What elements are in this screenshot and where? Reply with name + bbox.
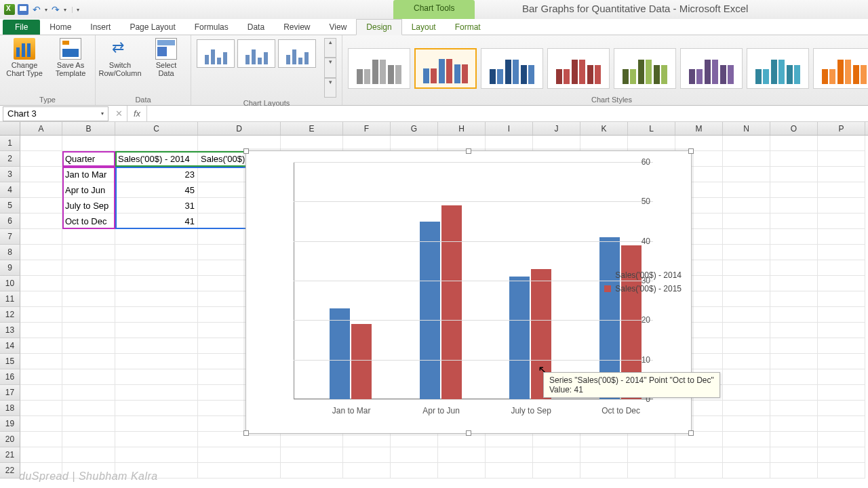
cell[interactable]: Jan to Mar bbox=[62, 167, 115, 182]
legend-item-2014[interactable]: Sales('00$) - 2014 bbox=[604, 270, 682, 280]
cell[interactable] bbox=[675, 447, 723, 463]
cell[interactable] bbox=[343, 432, 391, 447]
cell[interactable] bbox=[20, 447, 62, 463]
cell[interactable] bbox=[20, 136, 62, 151]
chart-style-4[interactable] bbox=[547, 48, 610, 89]
undo-dropdown-icon[interactable]: ▾ bbox=[45, 7, 47, 13]
cell[interactable] bbox=[62, 385, 115, 401]
cell[interactable] bbox=[20, 260, 62, 276]
cell[interactable]: Sales('00$) - 2014 bbox=[115, 151, 198, 167]
save-icon[interactable] bbox=[18, 4, 28, 15]
cell[interactable] bbox=[580, 463, 628, 479]
cell[interactable] bbox=[818, 182, 865, 198]
cell[interactable] bbox=[723, 354, 770, 369]
cell[interactable] bbox=[723, 214, 770, 229]
select-data-button[interactable]: Select Data bbox=[147, 38, 185, 77]
cell[interactable] bbox=[770, 167, 818, 182]
cell[interactable] bbox=[198, 432, 281, 447]
row-header[interactable]: 21 bbox=[0, 447, 20, 463]
cell[interactable] bbox=[20, 401, 62, 416]
cell[interactable] bbox=[343, 463, 391, 479]
cell[interactable] bbox=[723, 291, 770, 307]
row-header[interactable]: 10 bbox=[0, 276, 20, 291]
cell[interactable] bbox=[486, 447, 533, 463]
cell[interactable] bbox=[115, 260, 198, 276]
row-header[interactable]: 22 bbox=[0, 463, 20, 479]
cell[interactable] bbox=[343, 447, 391, 463]
bar[interactable] bbox=[441, 205, 462, 399]
col-header-j[interactable]: J bbox=[533, 122, 580, 135]
cell[interactable] bbox=[818, 198, 865, 214]
cell[interactable] bbox=[818, 229, 865, 245]
cell[interactable] bbox=[62, 338, 115, 354]
cell[interactable] bbox=[281, 447, 343, 463]
cell[interactable] bbox=[391, 447, 438, 463]
cell[interactable] bbox=[723, 338, 770, 354]
cell[interactable] bbox=[115, 338, 198, 354]
cell[interactable] bbox=[20, 182, 62, 198]
cell[interactable] bbox=[723, 260, 770, 276]
switch-row-column-button[interactable]: Switch Row/Column bbox=[101, 38, 139, 77]
cell[interactable] bbox=[818, 245, 865, 260]
cell[interactable] bbox=[115, 354, 198, 369]
cell[interactable] bbox=[20, 323, 62, 338]
cell[interactable] bbox=[391, 463, 438, 479]
cell[interactable] bbox=[723, 307, 770, 323]
cell[interactable] bbox=[818, 385, 865, 401]
cell[interactable] bbox=[115, 369, 198, 385]
row-header[interactable]: 17 bbox=[0, 385, 20, 401]
cell[interactable] bbox=[723, 198, 770, 214]
cell[interactable] bbox=[486, 432, 533, 447]
cell[interactable] bbox=[62, 229, 115, 245]
change-chart-type-button[interactable]: Change Chart Type bbox=[5, 38, 43, 77]
cell[interactable] bbox=[20, 369, 62, 385]
chart-style-8[interactable] bbox=[813, 48, 868, 89]
cell[interactable] bbox=[770, 369, 818, 385]
tab-home[interactable]: Home bbox=[40, 20, 81, 35]
cell[interactable] bbox=[723, 385, 770, 401]
col-header-n[interactable]: N bbox=[723, 122, 770, 135]
name-box[interactable]: Chart 3 ▾ bbox=[3, 106, 108, 121]
cell[interactable] bbox=[723, 432, 770, 447]
cell[interactable] bbox=[391, 432, 438, 447]
cell[interactable] bbox=[115, 416, 198, 432]
cell[interactable] bbox=[115, 447, 198, 463]
cell[interactable] bbox=[62, 245, 115, 260]
cell[interactable] bbox=[115, 432, 198, 447]
cell[interactable]: July to Sep bbox=[62, 198, 115, 214]
cell[interactable] bbox=[723, 151, 770, 167]
cell[interactable] bbox=[20, 229, 62, 245]
resize-handle-n[interactable] bbox=[466, 148, 471, 154]
cell[interactable] bbox=[628, 463, 675, 479]
cell[interactable] bbox=[438, 463, 486, 479]
resize-handle-s[interactable] bbox=[466, 430, 471, 436]
row-header[interactable]: 12 bbox=[0, 307, 20, 323]
cell[interactable] bbox=[533, 447, 580, 463]
cell[interactable] bbox=[198, 447, 281, 463]
scroll-down-icon[interactable]: ▾ bbox=[324, 58, 336, 77]
chart-style-5[interactable] bbox=[614, 48, 676, 89]
row-header[interactable]: 11 bbox=[0, 291, 20, 307]
cell[interactable] bbox=[723, 323, 770, 338]
redo-icon[interactable]: ↷ bbox=[50, 4, 61, 15]
cell[interactable] bbox=[770, 182, 818, 198]
cell[interactable] bbox=[770, 260, 818, 276]
cell[interactable] bbox=[818, 291, 865, 307]
cell[interactable] bbox=[675, 463, 723, 479]
chart-layout-2[interactable] bbox=[237, 39, 275, 68]
col-header-b[interactable]: B bbox=[62, 122, 115, 135]
cell[interactable] bbox=[770, 416, 818, 432]
cell[interactable] bbox=[533, 136, 580, 151]
col-header-k[interactable]: K bbox=[580, 122, 628, 135]
row-header[interactable]: 16 bbox=[0, 369, 20, 385]
col-header-h[interactable]: H bbox=[438, 122, 486, 135]
cell[interactable] bbox=[818, 260, 865, 276]
cell[interactable] bbox=[723, 463, 770, 479]
cell[interactable] bbox=[115, 291, 198, 307]
col-header-i[interactable]: I bbox=[486, 122, 533, 135]
cell[interactable] bbox=[770, 198, 818, 214]
col-header-f[interactable]: F bbox=[343, 122, 391, 135]
legend-item-2015[interactable]: Sales('00$) - 2015 bbox=[604, 284, 682, 293]
cell[interactable] bbox=[770, 323, 818, 338]
cell[interactable] bbox=[628, 432, 675, 447]
